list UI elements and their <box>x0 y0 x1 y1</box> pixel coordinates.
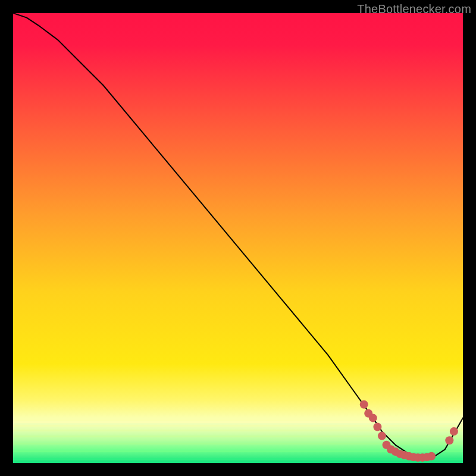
chart-svg <box>13 13 463 463</box>
svg-rect-0 <box>13 421 463 463</box>
svg-rect-7 <box>13 458 463 460</box>
data-point <box>445 436 453 444</box>
chart-bottom-band <box>13 421 463 463</box>
data-point <box>378 432 386 440</box>
svg-rect-3 <box>13 430 463 431</box>
chart-background-gradient <box>13 13 463 463</box>
data-point <box>360 400 368 409</box>
data-point <box>450 427 458 436</box>
svg-rect-4 <box>13 436 463 437</box>
chart-stage: TheBottlenecker.com <box>0 0 476 476</box>
data-point <box>427 452 436 461</box>
watermark-text: TheBottlenecker.com <box>357 2 471 16</box>
svg-rect-2 <box>13 425 463 427</box>
chart-plot-area <box>13 13 463 463</box>
data-point <box>369 414 377 422</box>
svg-rect-1 <box>13 421 463 423</box>
data-point <box>373 423 381 431</box>
